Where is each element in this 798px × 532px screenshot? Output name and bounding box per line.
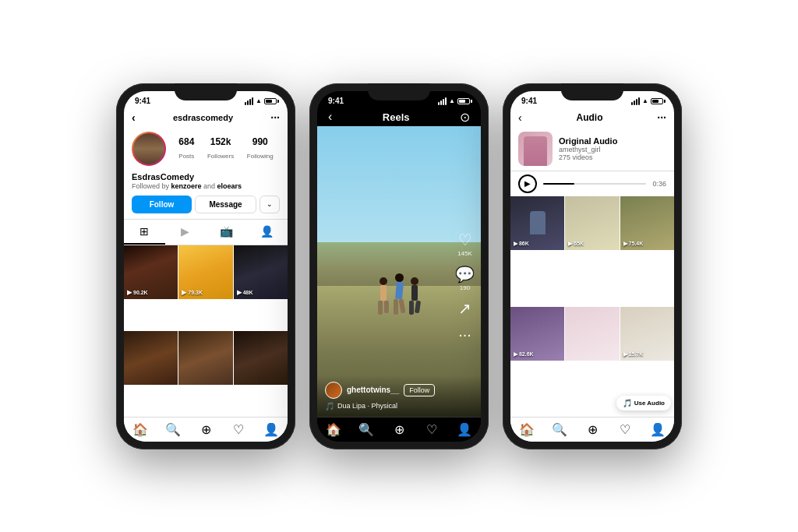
audio-header: ‹ Audio ··· [510,108,674,127]
signal-icon-3 [631,97,640,105]
nav-profile-1[interactable]: 👤 [255,422,288,437]
reels-comment-count: 190 [455,284,475,291]
phone-notch-3 [561,83,623,100]
profile-actions: Follow Message ⌄ [124,193,288,216]
tab-reels[interactable]: ▶ [165,220,207,245]
nav-heart-2[interactable]: ♡ [415,422,448,437]
phone-notch-2 [368,83,430,100]
use-audio-label: Use Audio [634,400,665,407]
battery-icon-1 [264,98,277,104]
bottom-nav-1: 🏠 🔍 ⊕ ♡ 👤 [124,417,288,442]
grid-cell-5[interactable] [178,331,232,385]
reels-video[interactable]: ♡ 145K 💬 190 ↗ ··· [317,126,481,417]
tab-grid[interactable]: ⊞ [124,220,165,245]
audio-player: ▶ 0:36 [510,171,674,196]
audio-thumb-image [524,136,547,166]
phone-2-screen: 9:41 ▲ ‹ Reels ⊙ [317,91,481,442]
tab-igtv[interactable]: 📺 [206,220,247,245]
tab-tagged[interactable]: 👤 [247,220,288,245]
phone-notch-1 [175,83,237,100]
audio-duration: 0:36 [652,180,666,188]
grid-cell-4[interactable] [124,331,178,385]
nav-search-3[interactable]: 🔍 [543,422,576,437]
grid-cell-2[interactable]: ▶ 79.3K [178,245,232,299]
audio-grid-cell-2[interactable]: ▶ 65K [565,196,619,250]
status-time-2: 9:41 [328,97,344,105]
reels-comment[interactable]: 💬 190 [455,265,475,291]
followers-label: Followers [207,153,234,160]
reels-camera-button[interactable]: ⊙ [460,110,470,125]
reels-actions: ♡ 145K 💬 190 ↗ ··· [455,231,475,344]
progress-bar[interactable] [543,183,646,185]
dropdown-button[interactable]: ⌄ [260,196,280,213]
reels-title: Reels [332,111,460,123]
bottom-nav-3: 🏠 🔍 ⊕ ♡ 👤 [510,417,674,442]
phone-2-reels: 9:41 ▲ ‹ Reels ⊙ [309,83,489,449]
use-audio-button[interactable]: 🎵 Use Audio [616,396,671,410]
reels-like-count: 145K [457,250,472,257]
nav-add-3[interactable]: ⊕ [576,422,609,437]
avatar-face [133,133,164,164]
progress-fill [543,183,574,185]
grid-cell-6[interactable] [234,331,288,385]
nav-home-3[interactable]: 🏠 [510,422,543,437]
audio-more-menu[interactable]: ··· [657,111,666,124]
nav-add-2[interactable]: ⊕ [383,422,415,437]
grid-cell-1[interactable]: ▶ 90.2K [124,245,178,299]
audio-grid-cell-3[interactable]: ▶ 75.4K [620,196,674,250]
phone-3-screen: 9:41 ▲ ‹ Audio ··· [510,91,674,442]
following-count: 990 [247,136,274,147]
audio-grid-cell-6[interactable]: ▶ 15.7K [620,307,674,361]
nav-home-2[interactable]: 🏠 [317,422,350,437]
reels-avatar[interactable] [325,382,342,399]
message-button[interactable]: Message [195,196,256,213]
more-menu-1[interactable]: ··· [270,111,280,124]
reels-share[interactable]: ↗ [458,299,471,318]
battery-icon-3 [651,98,663,104]
audio-grid-cell-5[interactable] [565,307,619,361]
reels-more[interactable]: ··· [458,326,471,344]
audio-info: Original Audio amethyst_girl 275 videos [510,127,674,171]
nav-heart-1[interactable]: ♡ [222,422,255,437]
following-stat[interactable]: 990 Following [247,136,274,161]
nav-search-2[interactable]: 🔍 [350,422,383,437]
grid-cell-3[interactable]: ▶ 48K [234,245,288,299]
audio-grid-cell-4[interactable]: ▶ 82.6K [510,307,564,361]
audio-thumbnail [518,132,553,166]
follower-2[interactable]: eloears [217,182,242,190]
nav-search-1[interactable]: 🔍 [157,422,189,437]
nav-profile-2[interactable]: 👤 [448,422,481,437]
reels-like[interactable]: ♡ 145K [457,231,472,257]
reels-follow-button[interactable]: Follow [404,384,435,396]
phone-1-screen: 9:41 ▲ ‹ esdrascomedy ··· [124,91,288,442]
battery-icon-2 [457,98,470,104]
nav-heart-3[interactable]: ♡ [609,422,641,437]
profile-display-name: EsdrasComedy [124,171,288,182]
profile-header: ‹ esdrascomedy ··· [124,108,288,127]
follow-button[interactable]: Follow [132,196,192,213]
audio-overlay-6: ▶ 15.7K [623,351,644,358]
status-icons-1: ▲ [245,97,277,105]
wifi-icon-1: ▲ [256,97,262,104]
profile-tabs: ⊞ ▶ 📺 👤 [124,219,288,245]
reels-music[interactable]: 🎵 Dua Lipa · Physical [325,402,473,410]
status-time-3: 9:41 [521,97,537,105]
reels-user-row: ghettotwins__ Follow [325,382,473,399]
audio-video-count: 275 videos [559,153,666,161]
nav-home-1[interactable]: 🏠 [124,422,157,437]
audio-artist[interactable]: amethyst_girl [559,146,666,153]
avatar-ring[interactable] [132,132,166,166]
nav-add-1[interactable]: ⊕ [189,422,222,437]
grid-overlay-1: ▶ 90.2K [127,289,148,296]
play-button[interactable]: ▶ [518,174,537,193]
followers-stat[interactable]: 152k Followers [207,136,234,161]
profile-stats: 684 Posts 152k Followers 990 Following [124,127,288,171]
posts-stat: 684 Posts [178,136,194,161]
phone-1-profile: 9:41 ▲ ‹ esdrascomedy ··· [116,83,295,449]
nav-profile-3[interactable]: 👤 [641,422,674,437]
wifi-icon-3: ▲ [642,97,648,104]
audio-grid-cell-1[interactable]: ▶ 86K [510,196,564,250]
audio-meta: Original Audio amethyst_girl 275 videos [559,136,666,161]
reels-username[interactable]: ghettotwins__ [347,386,399,394]
follower-1[interactable]: kenzoere [171,182,202,190]
